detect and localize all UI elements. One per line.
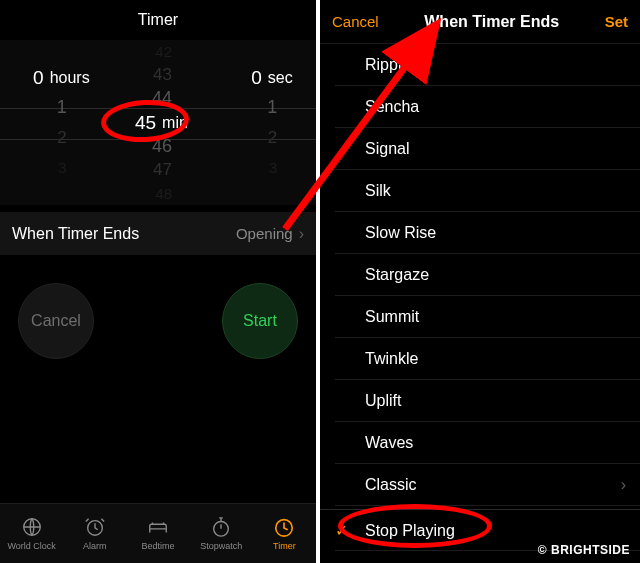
time-picker[interactable]: 0hours 1 2 3 42 43 44 45min 46 47 48 0se… [0, 40, 316, 205]
globe-icon [20, 516, 44, 538]
minutes-column[interactable]: 42 43 44 45min 46 47 48 [105, 40, 210, 205]
sound-option[interactable]: Stargaze [320, 254, 640, 296]
tab-alarm[interactable]: Alarm [63, 504, 126, 563]
set-button[interactable]: Set [605, 13, 628, 30]
sound-list: Ripples Sencha Signal Silk Slow Rise Sta… [320, 44, 640, 551]
cancel-button[interactable]: Cancel [18, 283, 94, 359]
bed-icon [146, 516, 170, 538]
start-button[interactable]: Start [222, 283, 298, 359]
timer-screen: Timer 0hours 1 2 3 42 43 44 45min 46 47 … [0, 0, 320, 563]
sound-option[interactable]: Ripples [320, 44, 640, 86]
chevron-right-icon: › [621, 476, 626, 494]
tab-bedtime[interactable]: Bedtime [126, 504, 189, 563]
sound-option[interactable]: Summit [320, 296, 640, 338]
sound-option[interactable]: Signal [320, 128, 640, 170]
sound-picker-screen: Cancel When Timer Ends Set Ripples Sench… [320, 0, 640, 563]
sound-option[interactable]: Twinkle [320, 338, 640, 380]
sound-option[interactable]: Silk [320, 170, 640, 212]
stopwatch-icon [209, 516, 233, 538]
page-title: Timer [0, 0, 316, 40]
timer-icon [272, 516, 296, 538]
sound-option[interactable]: Slow Rise [320, 212, 640, 254]
sound-option[interactable]: Uplift [320, 380, 640, 422]
svg-point-2 [214, 522, 229, 537]
when-timer-ends-label: When Timer Ends [12, 225, 236, 243]
tab-world-clock[interactable]: World Clock [0, 504, 63, 563]
hours-column[interactable]: 0hours 1 2 3 [0, 40, 105, 205]
when-timer-ends-row[interactable]: When Timer Ends Opening › [0, 211, 316, 255]
cancel-button[interactable]: Cancel [332, 13, 379, 30]
when-timer-ends-value: Opening [236, 225, 293, 242]
nav-bar: Cancel When Timer Ends Set [320, 0, 640, 44]
sound-option[interactable]: Sencha [320, 86, 640, 128]
tab-bar: World Clock Alarm Bedtime Stopwatch Time… [0, 503, 316, 563]
seconds-column[interactable]: 0sec 1 2 3 [211, 40, 316, 205]
sound-option[interactable]: Waves [320, 422, 640, 464]
chevron-right-icon: › [299, 225, 304, 243]
alarm-icon [83, 516, 107, 538]
tab-stopwatch[interactable]: Stopwatch [190, 504, 253, 563]
tab-timer[interactable]: Timer [253, 504, 316, 563]
watermark: © BRIGHTSIDE [538, 543, 630, 557]
page-title: When Timer Ends [379, 13, 605, 31]
classic-option[interactable]: Classic› [320, 464, 640, 506]
checkmark-icon: ✓ [335, 521, 348, 540]
